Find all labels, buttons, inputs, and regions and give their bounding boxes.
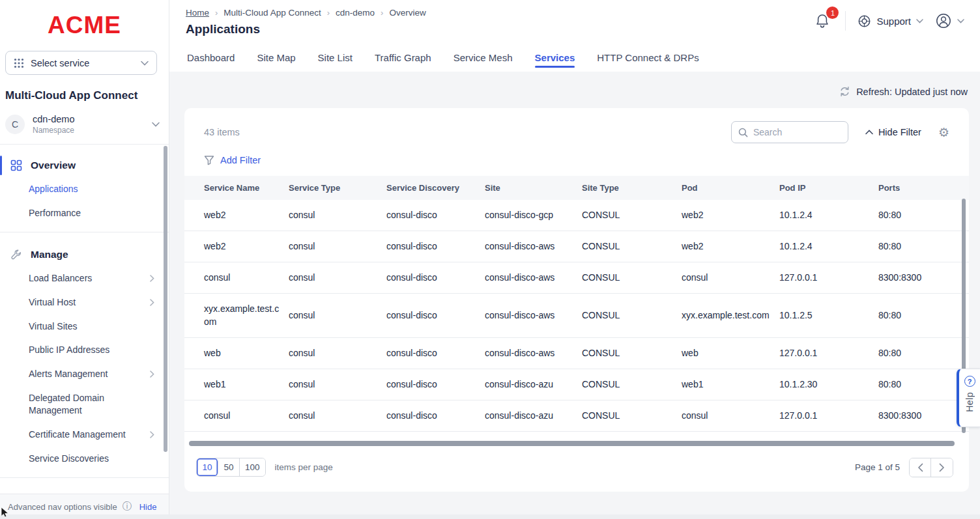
table-cell: consul-disco-azu — [485, 369, 582, 399]
column-header[interactable]: Site — [485, 176, 582, 200]
top-header: Home›Multi-Cloud App Connect›cdn-demo›Ov… — [169, 0, 980, 36]
tab-http-connect-drps[interactable]: HTTP Connect & DRPs — [597, 52, 699, 72]
previous-page-button[interactable] — [910, 458, 931, 477]
next-page-button[interactable] — [931, 458, 953, 477]
sidebar-section-manage[interactable]: Manage — [0, 243, 169, 266]
chevron-down-icon — [141, 61, 149, 66]
table-cell: CONSUL — [582, 200, 682, 230]
sidebar-item-label: Service Discoveries — [29, 453, 109, 465]
page-size-100[interactable]: 100 — [240, 458, 265, 476]
sidebar-item-alerts-management[interactable]: Alerts Management — [0, 362, 169, 386]
sidebar-section-security[interactable]: Security — [0, 488, 169, 494]
page-horizontal-scrollbar[interactable] — [0, 514, 980, 519]
tab-service-mesh[interactable]: Service Mesh — [454, 52, 513, 72]
page-size-10[interactable]: 10 — [197, 458, 218, 476]
table-row[interactable]: consulconsulconsul-discoconsul-disco-aws… — [184, 262, 969, 294]
table-cell: 80:80 — [878, 231, 955, 261]
sidebar-item-service-discoveries[interactable]: Service Discoveries — [0, 447, 169, 471]
sidebar-scrollbar[interactable] — [164, 146, 167, 452]
sidebar-section: ManageLoad BalancersVirtual HostVirtual … — [0, 238, 169, 472]
sidebar-item-certificate-management[interactable]: Certificate Management — [0, 423, 169, 447]
search-box[interactable] — [731, 121, 848, 143]
notifications-button[interactable]: 1 — [811, 10, 833, 31]
column-header[interactable]: Site Type — [582, 176, 682, 200]
table-cell: consul-disco — [386, 369, 485, 399]
sidebar-item-public-ip-addresses[interactable]: Public IP Addresses — [0, 338, 169, 362]
select-service-dropdown[interactable]: Select service — [5, 51, 157, 75]
support-menu[interactable]: Support — [857, 14, 923, 28]
column-header[interactable]: Pod IP — [779, 176, 878, 200]
tab-traffic-graph[interactable]: Traffic Graph — [375, 52, 431, 72]
column-header[interactable]: Service Discovery — [386, 176, 485, 200]
sidebar-item-delegated-domain-management[interactable]: Delegated Domain Management — [0, 386, 169, 423]
select-service-label: Select service — [31, 58, 134, 68]
sidebar-section-overview[interactable]: Overview — [0, 154, 169, 177]
tab-dashboard[interactable]: Dashboard — [187, 52, 235, 72]
table-cell: CONSUL — [582, 369, 682, 399]
help-tab[interactable]: ? Help — [957, 369, 980, 427]
tab-site-map[interactable]: Site Map — [257, 52, 295, 72]
notification-badge: 1 — [826, 7, 839, 19]
sidebar-nav: OverviewApplicationsPerformanceManageLoa… — [0, 145, 169, 494]
sidebar-item-performance[interactable]: Performance — [0, 201, 169, 225]
table-horizontal-scrollbar[interactable] — [189, 441, 955, 446]
table-cell: 8300:8300 — [878, 262, 955, 292]
sidebar-item-label: Certificate Management — [29, 428, 126, 441]
namespace-selector[interactable]: C cdn-demo Namespace — [0, 106, 169, 145]
table-cell: consul — [682, 262, 779, 292]
table-row[interactable]: consulconsulconsul-discoconsul-disco-azu… — [184, 400, 969, 432]
table-row[interactable]: webconsulconsul-discoconsul-disco-awsCON… — [184, 338, 969, 369]
table-row[interactable]: web2consulconsul-discoconsul-disco-awsCO… — [184, 231, 969, 262]
table-cell: consul — [289, 338, 386, 368]
brand-logo-text: ACME — [48, 12, 121, 38]
sidebar-item-label: Virtual Host — [29, 296, 76, 309]
tab-services[interactable]: Services — [535, 52, 575, 72]
table-cell: 80:80 — [878, 300, 955, 330]
grid-icon — [10, 160, 22, 171]
table-cell: consul-disco-aws — [485, 300, 582, 330]
table-cell: 80:80 — [878, 200, 955, 230]
sidebar-item-virtual-sites[interactable]: Virtual Sites — [0, 315, 169, 339]
breadcrumb-item[interactable]: Home — [186, 8, 209, 18]
sidebar-item-load-balancers[interactable]: Load Balancers — [0, 266, 169, 290]
chevron-right-icon — [939, 463, 945, 472]
refresh-control[interactable]: Refresh: Updated just now — [184, 72, 969, 97]
column-header[interactable]: Service Name — [204, 176, 289, 200]
hide-advanced-nav-link[interactable]: Hide — [139, 502, 157, 512]
page-size-50[interactable]: 50 — [218, 458, 240, 476]
hide-filter-label: Hide Filter — [878, 127, 921, 137]
search-input[interactable] — [753, 127, 838, 137]
search-icon — [738, 128, 748, 137]
tab-site-list[interactable]: Site List — [318, 52, 353, 72]
breadcrumb-item[interactable]: Overview — [389, 8, 425, 18]
question-mark-icon: ? — [964, 376, 975, 387]
chevron-down-icon — [916, 19, 923, 23]
gear-icon[interactable]: ⚙ — [938, 126, 949, 139]
sidebar-item-applications[interactable]: Applications — [0, 177, 169, 201]
add-filter-button[interactable]: Add Filter — [184, 146, 969, 176]
table-row[interactable]: web1consulconsul-discoconsul-disco-azuCO… — [184, 369, 969, 400]
items-per-page-group: 1050100 — [196, 458, 266, 477]
table-cell: 10.1.2.4 — [779, 231, 878, 261]
account-menu[interactable] — [935, 12, 964, 29]
chevron-right-icon — [150, 371, 154, 378]
page-title: Applications — [186, 22, 426, 36]
breadcrumb-item[interactable]: Multi-Cloud App Connect — [223, 8, 321, 18]
table-row[interactable]: xyx.example.test.comconsulconsul-discoco… — [184, 294, 969, 338]
refresh-label: Refresh: Updated just now — [856, 87, 968, 97]
chevron-down-icon — [152, 122, 160, 127]
column-header[interactable]: Pod — [682, 176, 779, 200]
account-user-icon — [935, 12, 952, 29]
sidebar-item-virtual-host[interactable]: Virtual Host — [0, 290, 169, 315]
table-cell: consul — [289, 231, 386, 261]
table-cell: 127.0.0.1 — [779, 262, 878, 292]
support-label: Support — [876, 16, 911, 27]
table-cell: 10.1.2.5 — [779, 300, 878, 330]
column-header[interactable]: Ports — [878, 176, 955, 200]
breadcrumb-item[interactable]: cdn-demo — [336, 8, 375, 18]
table-cell: web2 — [204, 200, 289, 230]
column-header[interactable]: Service Type — [289, 176, 386, 200]
table-row[interactable]: web2consulconsul-discoconsul-disco-gcpCO… — [184, 200, 969, 231]
hide-filter-toggle[interactable]: Hide Filter — [865, 127, 921, 137]
table-cell: CONSUL — [582, 262, 682, 292]
